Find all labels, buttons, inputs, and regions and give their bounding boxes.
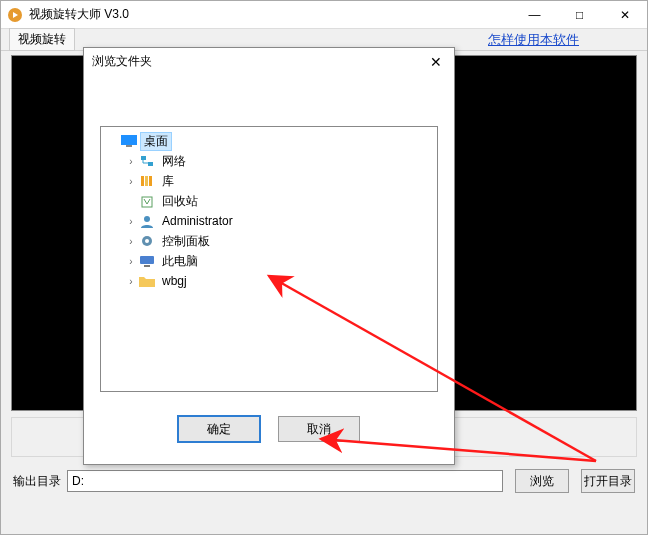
- tree-item-label: 此电脑: [159, 253, 201, 270]
- expander-icon[interactable]: ›: [125, 276, 137, 287]
- titlebar: 视频旋转大师 V3.0 — □ ✕: [1, 1, 647, 29]
- svg-point-11: [145, 239, 149, 243]
- tree-item[interactable]: ›Administrator: [103, 211, 435, 231]
- dialog-buttons: 确定 取消: [84, 416, 454, 442]
- tree-item[interactable]: ›控制面板: [103, 231, 435, 251]
- tree-item[interactable]: 回收站: [103, 191, 435, 211]
- window-controls: — □ ✕: [512, 1, 647, 28]
- app-icon: [7, 7, 23, 23]
- minimize-button[interactable]: —: [512, 1, 557, 28]
- dialog-title: 浏览文件夹: [92, 53, 426, 70]
- svg-rect-1: [121, 135, 137, 145]
- recycle-icon: [139, 193, 155, 209]
- user-icon: [139, 213, 155, 229]
- folder-icon: [139, 273, 155, 289]
- svg-rect-6: [145, 176, 148, 186]
- main-window: 视频旋转大师 V3.0 — □ ✕ 视频旋转 怎样使用本软件 输出目录 浏览 打…: [0, 0, 648, 535]
- expander-icon[interactable]: ›: [125, 176, 137, 187]
- control-icon: [139, 233, 155, 249]
- svg-point-9: [144, 216, 150, 222]
- tree-item[interactable]: ›此电脑: [103, 251, 435, 271]
- menu-video-rotate[interactable]: 视频旋转: [9, 28, 75, 51]
- folder-tree[interactable]: 桌面›网络›库回收站›Administrator›控制面板›此电脑›wbgj: [100, 126, 438, 392]
- tree-item-label: 库: [159, 173, 177, 190]
- svg-rect-5: [141, 176, 144, 186]
- tree-item-label: Administrator: [159, 214, 236, 228]
- maximize-button[interactable]: □: [557, 1, 602, 28]
- tree-item-label: 控制面板: [159, 233, 213, 250]
- browse-button[interactable]: 浏览: [515, 469, 569, 493]
- ok-button[interactable]: 确定: [178, 416, 260, 442]
- browse-folder-dialog: 浏览文件夹 ✕ 桌面›网络›库回收站›Administrator›控制面板›此电…: [83, 47, 455, 465]
- close-button[interactable]: ✕: [602, 1, 647, 28]
- dialog-titlebar: 浏览文件夹 ✕: [84, 48, 454, 76]
- tree-item[interactable]: ›库: [103, 171, 435, 191]
- open-dir-button[interactable]: 打开目录: [581, 469, 635, 493]
- expander-icon[interactable]: ›: [125, 216, 137, 227]
- expander-icon[interactable]: ›: [125, 256, 137, 267]
- output-dir-label: 输出目录: [13, 473, 61, 490]
- expander-icon[interactable]: ›: [125, 236, 137, 247]
- svg-rect-12: [140, 256, 154, 264]
- tree-item[interactable]: 桌面: [103, 131, 435, 151]
- library-icon: [139, 173, 155, 189]
- network-icon: [139, 153, 155, 169]
- tree-item-label: 桌面: [141, 133, 171, 150]
- expander-icon[interactable]: ›: [125, 156, 137, 167]
- svg-rect-2: [126, 145, 132, 147]
- window-title: 视频旋转大师 V3.0: [29, 6, 512, 23]
- svg-rect-13: [144, 265, 150, 267]
- tree-item[interactable]: ›wbgj: [103, 271, 435, 291]
- svg-rect-7: [149, 176, 152, 186]
- tree-item-label: 网络: [159, 153, 189, 170]
- cancel-button[interactable]: 取消: [278, 416, 360, 442]
- help-link[interactable]: 怎样使用本软件: [488, 31, 639, 49]
- tree-item-label: wbgj: [159, 274, 190, 288]
- svg-rect-8: [142, 197, 152, 207]
- svg-rect-3: [141, 156, 146, 160]
- bottom-bar: 输出目录 浏览 打开目录: [5, 463, 643, 499]
- output-dir-input[interactable]: [67, 470, 503, 492]
- pc-icon: [139, 253, 155, 269]
- tree-item-label: 回收站: [159, 193, 201, 210]
- dialog-close-button[interactable]: ✕: [426, 54, 446, 70]
- tree-item[interactable]: ›网络: [103, 151, 435, 171]
- desktop-icon: [121, 133, 137, 149]
